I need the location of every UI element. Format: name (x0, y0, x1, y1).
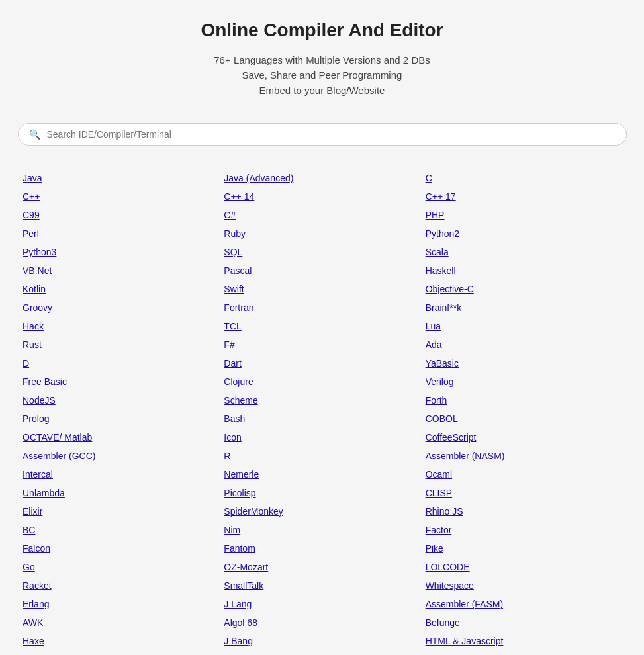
language-link[interactable]: Assembler (GCC) (20, 447, 221, 465)
language-link[interactable]: NodeJS (20, 391, 221, 410)
language-link[interactable]: COBOL (423, 410, 624, 428)
language-link[interactable]: Erlang (20, 595, 221, 613)
language-link[interactable]: Nim (221, 521, 422, 539)
language-link[interactable]: Go (20, 558, 221, 576)
language-link[interactable]: Swift (221, 280, 422, 298)
language-link[interactable]: C (423, 169, 624, 187)
language-link[interactable]: HTML & Javascript (423, 632, 624, 650)
language-link[interactable]: Whitespace (423, 576, 624, 595)
page-header: Online Compiler And Editor 76+ Languages… (0, 0, 644, 113)
search-icon: 🔍 (29, 129, 40, 140)
language-link[interactable]: Assembler (FASM) (423, 595, 624, 613)
subtitle-1: 76+ Languages with Multiple Versions and… (13, 54, 631, 66)
language-link[interactable]: Free Basic (20, 372, 221, 391)
language-link[interactable]: AWK (20, 613, 221, 632)
language-link[interactable]: SmallTalk (221, 576, 422, 595)
language-link[interactable]: Icon (221, 428, 422, 447)
language-link[interactable]: CoffeeScript (423, 428, 624, 447)
language-column-2: Java (Advanced)C++ 14C#RubySQLPascalSwif… (221, 169, 422, 650)
language-column-3: CC++ 17PHPPython2ScalaHaskellObjective-C… (423, 169, 624, 650)
language-link[interactable]: Intercal (20, 465, 221, 484)
language-link[interactable]: C99 (20, 206, 221, 224)
language-link[interactable]: Haskell (423, 261, 624, 280)
search-container: 🔍 (0, 113, 644, 155)
language-link[interactable]: Perl (20, 224, 221, 243)
language-link[interactable]: J Bang (221, 632, 422, 650)
language-link[interactable]: YaBasic (423, 354, 624, 372)
language-link[interactable]: OCTAVE/ Matlab (20, 428, 221, 447)
language-link[interactable]: Assembler (NASM) (423, 447, 624, 465)
language-link[interactable]: Unlambda (20, 484, 221, 502)
language-link[interactable]: Lua (423, 317, 624, 335)
language-link[interactable]: Dart (221, 354, 422, 372)
language-link[interactable]: Falcon (20, 539, 221, 558)
language-link[interactable]: Haxe (20, 632, 221, 650)
language-link[interactable]: Scheme (221, 391, 422, 410)
language-link[interactable]: TCL (221, 317, 422, 335)
language-link[interactable]: C# (221, 206, 422, 224)
languages-grid: JavaC++C99PerlPython3VB.NetKotlinGroovyH… (0, 155, 644, 655)
language-link[interactable]: Python3 (20, 243, 221, 261)
language-link[interactable]: LOLCODE (423, 558, 624, 576)
language-link[interactable]: Bash (221, 410, 422, 428)
language-link[interactable]: Objective-C (423, 280, 624, 298)
language-link[interactable]: Ruby (221, 224, 422, 243)
language-link[interactable]: Ada (423, 335, 624, 354)
language-link[interactable]: Fantom (221, 539, 422, 558)
language-link[interactable]: Groovy (20, 298, 221, 317)
language-link[interactable]: Verilog (423, 372, 624, 391)
language-link[interactable]: J Lang (221, 595, 422, 613)
language-link[interactable]: R (221, 447, 422, 465)
language-link[interactable]: Fortran (221, 298, 422, 317)
language-link[interactable]: Ocaml (423, 465, 624, 484)
language-link[interactable]: Scala (423, 243, 624, 261)
language-link[interactable]: F# (221, 335, 422, 354)
language-link[interactable]: Python2 (423, 224, 624, 243)
language-link[interactable]: Prolog (20, 410, 221, 428)
language-link[interactable]: Factor (423, 521, 624, 539)
language-link[interactable]: SpiderMonkey (221, 502, 422, 521)
language-link[interactable]: Java (20, 169, 221, 187)
language-link[interactable]: Java (Advanced) (221, 169, 422, 187)
language-link[interactable]: OZ-Mozart (221, 558, 422, 576)
language-link[interactable]: D (20, 354, 221, 372)
language-link[interactable]: BC (20, 521, 221, 539)
language-link[interactable]: Kotlin (20, 280, 221, 298)
language-link[interactable]: Pascal (221, 261, 422, 280)
language-link[interactable]: Hack (20, 317, 221, 335)
search-box: 🔍 (18, 123, 627, 146)
language-link[interactable]: PHP (423, 206, 624, 224)
language-link[interactable]: Brainf**k (423, 298, 624, 317)
language-link[interactable]: Nemerle (221, 465, 422, 484)
language-link[interactable]: Algol 68 (221, 613, 422, 632)
subtitle-3: Embed to your Blog/Website (13, 85, 631, 96)
page-title: Online Compiler And Editor (13, 20, 631, 41)
language-link[interactable]: Pike (423, 539, 624, 558)
language-link[interactable]: Rhino JS (423, 502, 624, 521)
language-link[interactable]: Elixir (20, 502, 221, 521)
language-link[interactable]: Picolisp (221, 484, 422, 502)
language-link[interactable]: C++ (20, 187, 221, 206)
language-link[interactable]: C++ 14 (221, 187, 422, 206)
language-link[interactable]: Rust (20, 335, 221, 354)
language-link[interactable]: C++ 17 (423, 187, 624, 206)
language-link[interactable]: CLISP (423, 484, 624, 502)
language-link[interactable]: VB.Net (20, 261, 221, 280)
language-column-1: JavaC++C99PerlPython3VB.NetKotlinGroovyH… (20, 169, 221, 650)
search-input[interactable] (47, 129, 616, 140)
language-link[interactable]: Forth (423, 391, 624, 410)
subtitle-2: Save, Share and Peer Programming (13, 69, 631, 81)
language-link[interactable]: Clojure (221, 372, 422, 391)
language-link[interactable]: Befunge (423, 613, 624, 632)
language-link[interactable]: SQL (221, 243, 422, 261)
language-link[interactable]: Racket (20, 576, 221, 595)
